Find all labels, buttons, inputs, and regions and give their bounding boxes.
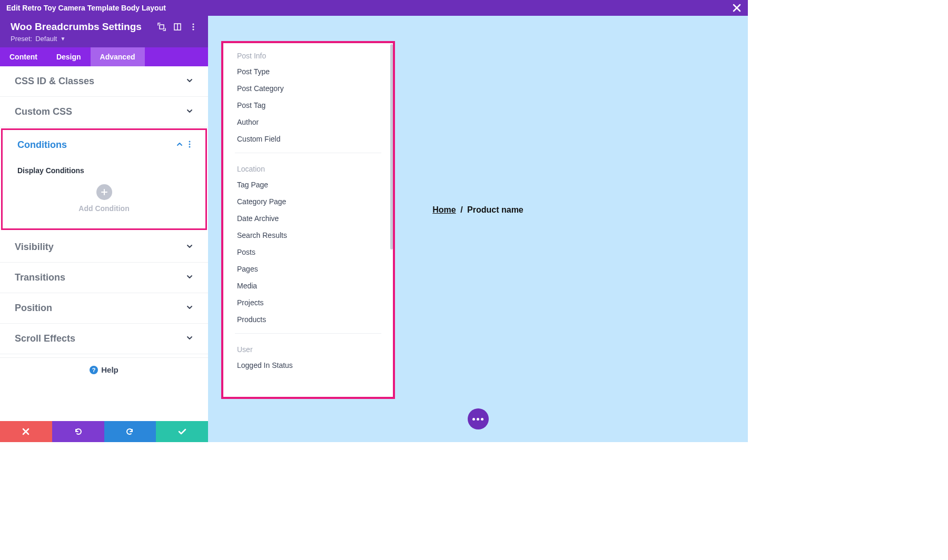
section-position[interactable]: Position [0,293,208,324]
popup-item[interactable]: Pages [225,261,391,277]
top-bar-title: Edit Retro Toy Camera Template Body Layo… [6,4,166,12]
section-label: Position [15,303,52,314]
popup-item[interactable]: Products [225,311,391,328]
action-bar [0,421,208,442]
section-label: Transitions [15,272,65,283]
top-bar: Edit Retro Toy Camera Template Body Layo… [0,0,748,16]
divider [235,153,381,153]
quick-actions-fab[interactable] [468,408,489,429]
help-label: Help [101,365,118,374]
preset-value: Default [35,35,57,43]
more-icon[interactable] [189,139,191,151]
chevron-down-icon: ▼ [60,36,65,42]
section-custom-css[interactable]: Custom CSS [0,97,208,127]
help-button[interactable]: ? Help [0,357,208,382]
popup-scrollbar[interactable] [390,44,393,249]
popup-item[interactable]: Tag Page [225,176,391,193]
popup-item[interactable]: Date Archive [225,210,391,227]
popup-item[interactable]: Posts [225,244,391,261]
chevron-down-icon [186,334,193,343]
tab-content[interactable]: Content [0,47,47,66]
popup-item[interactable]: Post Type [225,63,391,80]
expand-icon[interactable] [157,23,166,31]
section-label: Conditions [17,139,67,151]
section-label: CSS ID & Classes [15,76,94,87]
panel-title: Woo Breadcrumbs Settings [11,21,150,33]
popup-item[interactable]: Post Tag [225,97,391,114]
popup-item[interactable]: Custom Field [225,131,391,147]
condition-type-popup: Post InfoPost TypePost CategoryPost TagA… [221,41,395,399]
breadcrumb-current: Product name [467,205,524,214]
sections: CSS ID & Classes Custom CSS Conditions [0,66,208,442]
svg-point-6 [189,141,191,143]
undo-button[interactable] [52,421,104,442]
chevron-up-icon [176,141,183,149]
divider [235,333,381,334]
popup-item[interactable]: Media [225,277,391,294]
tab-design[interactable]: Design [47,47,91,66]
preset-label: Preset: [11,35,32,43]
section-scroll-effects[interactable]: Scroll Effects [0,324,208,354]
section-visibility[interactable]: Visibility [0,232,208,263]
svg-rect-0 [160,25,164,29]
add-condition-label: Add Condition [78,204,129,213]
chevron-down-icon [186,243,193,252]
redo-button[interactable] [104,421,156,442]
chevron-down-icon [186,304,193,313]
popup-item[interactable]: Projects [225,294,391,311]
settings-panel: Woo Breadcrumbs Settings Preset: Default… [0,16,208,442]
panel-header: Woo Breadcrumbs Settings Preset: Default… [0,16,208,47]
breadcrumb-home-link[interactable]: Home [432,205,456,214]
add-icon [96,184,112,200]
save-button[interactable] [156,421,208,442]
chevron-down-icon [186,273,193,282]
section-transitions[interactable]: Transitions [0,263,208,293]
add-condition[interactable]: Add Condition [3,184,205,213]
popup-item[interactable]: Category Page [225,193,391,210]
chevron-down-icon [186,77,193,86]
popup-item[interactable]: Author [225,114,391,131]
discard-button[interactable] [0,421,52,442]
responsive-icon[interactable] [173,23,182,31]
display-conditions-label: Display Conditions [3,160,205,184]
section-label: Scroll Effects [15,333,75,344]
popup-group-title: Location [225,158,391,176]
section-label: Custom CSS [15,106,72,117]
popup-item[interactable]: Search Results [225,227,391,244]
section-label: Visibility [15,242,54,253]
breadcrumb-separator: / [458,205,465,214]
tab-advanced[interactable]: Advanced [91,47,145,66]
svg-point-5 [192,28,194,30]
help-icon: ? [90,366,98,374]
popup-group-title: User [225,339,391,357]
svg-point-3 [192,23,194,25]
popup-item[interactable]: Logged In Status [225,357,391,374]
breadcrumb: Home / Product name [432,205,524,215]
chevron-down-icon [186,107,193,116]
svg-point-7 [189,144,191,145]
tabs: Content Design Advanced [0,47,208,66]
section-conditions-header[interactable]: Conditions [3,130,205,160]
svg-point-8 [189,146,191,148]
svg-point-4 [192,26,194,27]
popup-group-title: Post Info [225,45,391,63]
more-icon[interactable] [189,23,197,31]
popup-item[interactable]: Post Category [225,80,391,97]
close-icon[interactable] [732,3,742,13]
section-conditions: Conditions Display Conditions [1,128,207,230]
section-css-id-classes[interactable]: CSS ID & Classes [0,66,208,97]
preset-selector[interactable]: Preset: Default ▼ [11,35,65,43]
